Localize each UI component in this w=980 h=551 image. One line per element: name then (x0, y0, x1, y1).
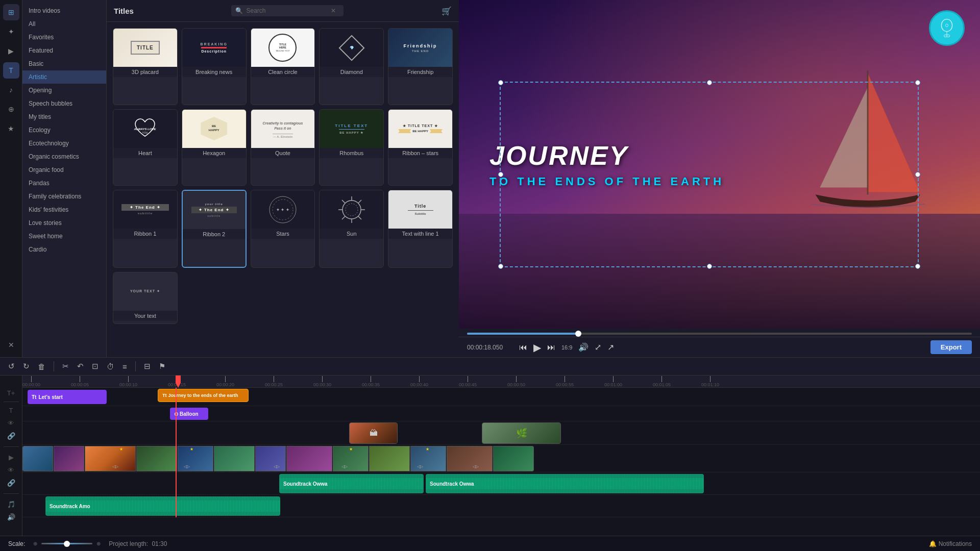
cat-intro-videos[interactable]: Intro videos (22, 4, 106, 17)
title-card-ribbon-stars[interactable]: ★ TITLE TEXT ★ BE HAPPY Ribbon – stars (388, 109, 453, 186)
music-icon-btn[interactable]: ♪ (3, 82, 19, 98)
title-card-text-line1[interactable]: Title Subtitle Text with line 1 (388, 190, 453, 268)
cat-pandas[interactable]: Pandas (22, 177, 106, 190)
transition-marker-6[interactable]: ◁▷ (473, 464, 479, 469)
scale-slider[interactable] (41, 543, 92, 544)
audio-clip-2[interactable]: Soundtrack Owwa (426, 474, 704, 493)
track-volume-icon[interactable]: 🔊 (6, 512, 17, 522)
title-thumb-yourtext: YOUR TEXT ✦ (113, 272, 177, 311)
title-card-more[interactable]: YOUR TEXT ✦ Your text (113, 272, 178, 324)
titles-grid: TITLE 3D placard BREAKING Description Br… (107, 22, 459, 357)
cat-family-celebrations[interactable]: Family celebrations (22, 190, 106, 203)
title-card-friendship[interactable]: Friendship THE END Friendship (388, 28, 453, 105)
sticker-icon-btn[interactable]: ★ (3, 120, 19, 137)
cat-basic[interactable]: Basic (22, 57, 106, 70)
clip-journey[interactable]: Tt Journey to the ends of the earth (158, 389, 249, 402)
audio-clip-main-label: Soundtrack Amo (50, 504, 90, 509)
speed-btn[interactable]: ⏱ (105, 361, 116, 372)
track-lock-icon[interactable]: 🔗 (6, 431, 17, 441)
cat-love-stories[interactable]: Love stories (22, 216, 106, 230)
transition-marker-1[interactable]: ◁▷ (112, 464, 118, 469)
cat-featured[interactable]: Featured (22, 44, 106, 57)
cat-kids-festivities[interactable]: Kids' festivities (22, 203, 106, 216)
audio-clip-1[interactable]: Soundtrack Owwa (279, 474, 424, 493)
cat-favorites[interactable]: Favorites (22, 31, 106, 44)
clear-search-icon[interactable]: ✕ (331, 7, 336, 14)
volume-btn[interactable]: 🔊 (578, 342, 589, 352)
cat-speech-bubbles[interactable]: Speech bubbles (22, 97, 106, 110)
scale-control: ⊕ ⊕ (33, 541, 101, 546)
monitor-btn[interactable]: ⊟ (142, 361, 153, 372)
title-card-clean-circle[interactable]: TITLEHERETAGLINE TEXT Clean circle (251, 28, 315, 105)
cat-organic-cosmetics[interactable]: Organic cosmetics (22, 150, 106, 163)
crop-btn[interactable]: ⊡ (90, 361, 101, 372)
marker-btn[interactable]: ⚑ (157, 361, 167, 372)
cat-my-titles[interactable]: My titles (22, 110, 106, 123)
redo-btn[interactable]: ↻ (21, 361, 32, 372)
title-card-breaking-news[interactable]: BREAKING Description Breaking news (182, 28, 247, 105)
track-row-audio-main: Soundtrack Amo (22, 495, 980, 517)
cat-ecotechnology[interactable]: Ecotechnology (22, 137, 106, 150)
search-input[interactable] (246, 7, 328, 14)
undo-btn[interactable]: ↺ (6, 361, 17, 372)
share-btn[interactable]: ↗ (607, 342, 614, 352)
export-button[interactable]: Export (930, 340, 972, 354)
svg-line-12 (358, 216, 361, 219)
cat-organic-food[interactable]: Organic food (22, 163, 106, 177)
title-card-diamond[interactable]: 💎 Diamond (319, 28, 384, 105)
title-thumb-ribbon2: your title ✦ The End ✦ subtitle (183, 191, 246, 229)
effects-icon-btn[interactable]: ✦ (3, 23, 19, 40)
title-card-hexagon[interactable]: BEHAPPY Hexagon (182, 109, 247, 186)
play-btn[interactable]: ▶ (533, 341, 541, 354)
timeline-main[interactable]: 00:00:00 00:00:05 00:00:10 00:00:15 00:0… (22, 375, 980, 536)
title-card-sun[interactable]: Sun (319, 190, 384, 268)
clip-lets-start[interactable]: Tt Let's start (28, 390, 107, 404)
title-card-rhombus[interactable]: TITLE TEXT BE HAPPY ★ Rhombus (319, 109, 384, 186)
panel-title: Titles (114, 7, 134, 15)
title-card-stars[interactable]: ✦ ✦ ✦ Stars (251, 190, 315, 268)
cart-icon[interactable]: 🛒 (442, 6, 452, 16)
title-card-ribbon2[interactable]: your title ✦ The End ✦ subtitle Ribbon 2 (182, 190, 247, 268)
transition-marker-5[interactable]: ◁▷ (417, 464, 423, 469)
delete-btn[interactable]: 🗑 (36, 361, 47, 372)
cat-cardio[interactable]: Cardio (22, 243, 106, 256)
notifications-btn[interactable]: 🔔 Notifications (929, 540, 972, 547)
transition-marker-3[interactable]: ◁▷ (274, 464, 280, 469)
preview-panel: JOURNEY TO THE ENDS OF THE EARTH (459, 0, 980, 357)
track-eye-icon[interactable]: 👁 (6, 418, 16, 429)
grid-icon-btn[interactable]: ⊞ (3, 4, 19, 20)
title-card-3d-placard[interactable]: TITLE 3D placard (113, 28, 178, 105)
transition-marker-4[interactable]: ◁▷ (341, 464, 348, 469)
text-icon-btn[interactable]: T (3, 62, 19, 79)
track-add-text-btn[interactable]: T+ (6, 388, 17, 398)
title-card-quote[interactable]: Creativity is contagiousPass it on — A. … (251, 109, 315, 186)
audio-clip-main[interactable]: Soundtrack Amo (45, 496, 280, 516)
track-eye2-icon[interactable]: 👁 (6, 465, 16, 475)
thumb-clip-2[interactable]: 🌿 (482, 422, 561, 444)
close-panel-btn[interactable]: ✕ (3, 337, 19, 353)
transition-marker-2[interactable]: ◁▷ (184, 464, 190, 469)
cat-ecology[interactable]: Ecology (22, 123, 106, 137)
skip-back-btn[interactable]: ⏮ (519, 343, 527, 352)
search-bar[interactable]: 🔍 ✕ (231, 5, 344, 16)
rotate-btn[interactable]: ↶ (75, 361, 86, 372)
selection-box[interactable] (500, 82, 919, 267)
thumb-clip-1[interactable]: 🏔 (349, 422, 398, 444)
cat-sweet-home[interactable]: Sweet home (22, 230, 106, 243)
track-link-icon[interactable]: 🔗 (6, 478, 17, 488)
title-card-ribbon1[interactable]: ✦ The End ✦ subtitle Ribbon 1 (113, 190, 178, 268)
cut-btn[interactable]: ✂ (60, 361, 71, 372)
video-strip[interactable] (22, 446, 980, 471)
list-btn[interactable]: ≡ (120, 361, 129, 372)
overlay-icon-btn[interactable]: ⊕ (3, 101, 19, 117)
title-card-heart[interactable]: ALWAYS LOVE YOU Heart (113, 109, 178, 186)
cat-artistic[interactable]: Artistic (22, 70, 106, 84)
skip-forward-btn[interactable]: ⏭ (547, 343, 555, 352)
transitions-icon-btn[interactable]: ▶ (3, 43, 19, 59)
track-row-video-thumbs: 🏔 🌿 (22, 421, 980, 445)
progress-bar[interactable] (467, 333, 972, 335)
fullscreen-btn[interactable]: ⤢ (595, 342, 601, 352)
cat-all[interactable]: All (22, 17, 106, 31)
cat-opening[interactable]: Opening (22, 84, 106, 97)
title-label-breaking-news: Breaking news (182, 67, 246, 77)
